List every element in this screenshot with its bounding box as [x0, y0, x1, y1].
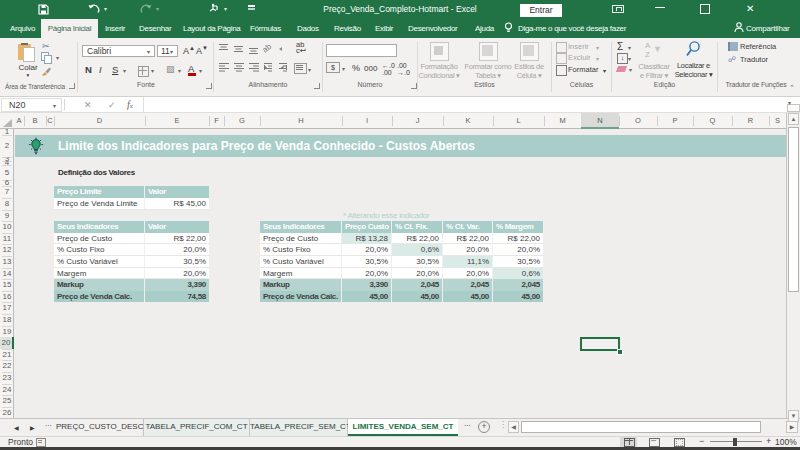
svg-text:ab: ab: [261, 43, 274, 55]
